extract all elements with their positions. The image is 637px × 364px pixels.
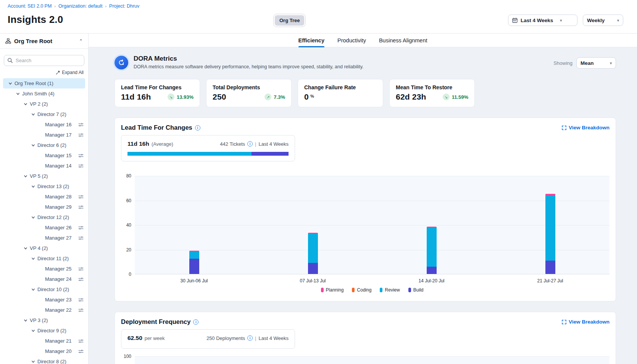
info-icon[interactable]: i: [247, 141, 253, 147]
chevron-down-icon[interactable]: [29, 360, 37, 364]
chevron-down-icon[interactable]: [29, 329, 37, 333]
chevron-down-icon[interactable]: [29, 185, 37, 188]
tree-row-manager-20[interactable]: Manager 20: [3, 346, 85, 356]
tree-row-director-10-2[interactable]: Director 10 (2): [3, 284, 85, 295]
chevron-down-icon[interactable]: [29, 216, 37, 219]
sliders-icon[interactable]: [78, 308, 84, 312]
tree-row-vp-4-2[interactable]: VP 4 (2): [3, 243, 85, 253]
tree-row-director-13-2[interactable]: Director 13 (2): [3, 181, 85, 192]
sliders-icon[interactable]: [78, 277, 84, 282]
tree-row-manager-28[interactable]: Manager 28: [3, 192, 85, 202]
expand-all-icon: [56, 71, 60, 75]
tree-item-label: Manager 26: [45, 225, 71, 230]
chevron-down-icon[interactable]: [14, 92, 22, 96]
lead-time-view-breakdown-link[interactable]: View Breakdown: [562, 125, 610, 130]
tree-row-vp-3-2[interactable]: VP 3 (2): [3, 315, 85, 325]
info-icon[interactable]: i: [195, 125, 200, 130]
sliders-icon[interactable]: [78, 133, 84, 137]
tab-efficiency[interactable]: Efficiency: [298, 34, 325, 47]
tree-row-manager-24[interactable]: Manager 24: [3, 274, 85, 284]
tree-row-director-11-2[interactable]: Director 11 (2): [3, 253, 85, 264]
breadcrumb-link[interactable]: Account: SEI 2.0 PM: [8, 3, 52, 9]
chart-bar[interactable]: [545, 194, 555, 274]
tree-item-label: Manager 23: [45, 297, 71, 303]
sliders-icon[interactable]: [78, 225, 84, 230]
tree-row-manager-29[interactable]: Manager 29: [3, 202, 85, 212]
sliders-icon[interactable]: [78, 349, 84, 354]
tree-row-manager-27[interactable]: Manager 27: [3, 233, 85, 243]
y-axis-label: 100: [124, 354, 131, 359]
info-icon[interactable]: i: [247, 335, 253, 341]
y-axis-label: 80: [126, 173, 131, 179]
chevron-down-icon[interactable]: [21, 246, 30, 250]
sliders-icon[interactable]: [78, 267, 84, 271]
sliders-icon[interactable]: [78, 153, 84, 158]
tab-bar: EfficiencyProductivityBusiness Alignment: [89, 34, 637, 47]
tree-row-manager-15[interactable]: Manager 15: [3, 150, 85, 161]
tree-item-label: Director 8 (2): [37, 359, 66, 364]
expand-corners-icon: [562, 126, 566, 130]
calendar-icon: [512, 18, 518, 23]
breadcrumb-link[interactable]: Organization: default: [58, 3, 102, 9]
tree-row-director-6-2[interactable]: Director 6 (2): [3, 140, 85, 150]
chevron-down-icon[interactable]: [21, 174, 30, 178]
metric-title: Change Failure Rate: [304, 84, 377, 90]
sliders-icon[interactable]: [78, 164, 84, 168]
tree-row-director-12-2[interactable]: Director 12 (2): [3, 212, 85, 222]
date-range-select[interactable]: Last 4 Weeks ▾: [508, 14, 577, 26]
showing-select[interactable]: Mean ▾: [576, 57, 616, 69]
tree-row-vp-5-2[interactable]: VP 5 (2): [3, 171, 85, 181]
chevron-down-icon: ▾: [610, 61, 612, 65]
chevron-down-icon[interactable]: [29, 288, 37, 292]
tree-row-manager-26[interactable]: Manager 26: [3, 222, 85, 233]
lead-time-card: Lead Time For Changes i View Breakdown 1…: [114, 118, 616, 301]
expand-corners-icon: [562, 320, 566, 324]
tree-row-manager-17[interactable]: Manager 17: [3, 130, 85, 140]
chevron-down-icon[interactable]: [21, 102, 30, 106]
search-input[interactable]: [4, 55, 84, 66]
tree-row-director-7-2[interactable]: Director 7 (2): [3, 109, 85, 119]
tree-row-manager-14[interactable]: Manager 14: [3, 161, 85, 171]
chevron-down-icon[interactable]: [29, 257, 37, 261]
tree-item-label: Manager 16: [45, 122, 71, 127]
x-axis-label: 21 Jul-27 Jul: [537, 278, 563, 283]
tree-row-director-9-2[interactable]: Director 9 (2): [3, 325, 85, 336]
sliders-icon[interactable]: [78, 298, 84, 302]
tree-row-john-smith-4[interactable]: John Smith (4): [3, 89, 85, 99]
sliders-icon[interactable]: [78, 205, 84, 209]
chevron-down-icon[interactable]: [6, 82, 15, 85]
tree-row-vp-2-2[interactable]: VP 2 (2): [3, 99, 85, 109]
info-icon[interactable]: i: [193, 319, 198, 325]
chart-bar[interactable]: [189, 251, 199, 274]
sliders-icon[interactable]: [78, 339, 84, 343]
tree-row-manager-22[interactable]: Manager 22: [3, 305, 85, 315]
tree-row-director-8-2[interactable]: Director 8 (2): [3, 356, 85, 364]
tab-productivity[interactable]: Productivity: [337, 34, 366, 47]
tree-row-manager-25[interactable]: Manager 25: [3, 264, 85, 274]
x-axis-label: 07 Jul-13 Jul: [300, 278, 326, 283]
tree-item-label: Director 12 (2): [37, 214, 69, 220]
chart-bar[interactable]: [308, 233, 318, 274]
chevron-down-icon[interactable]: [21, 319, 30, 322]
tab-business-alignment[interactable]: Business Alignment: [379, 34, 427, 47]
tree-row-org-tree-root-1[interactable]: Org Tree Root (1): [3, 78, 85, 89]
chevron-down-icon[interactable]: [29, 113, 37, 116]
chart-bar-segment-review: [545, 195, 555, 261]
sidebar-collapse-chevron-up-icon[interactable]: ⌃: [79, 39, 83, 44]
sliders-icon[interactable]: [78, 236, 84, 240]
tree-row-manager-23[interactable]: Manager 23: [3, 295, 85, 305]
legend-item-coding: Coding: [352, 287, 371, 293]
chart-bar[interactable]: [427, 227, 437, 274]
sliders-icon[interactable]: [78, 122, 84, 127]
tree-row-manager-16[interactable]: Manager 16: [3, 119, 85, 130]
chevron-down-icon[interactable]: [29, 143, 37, 147]
sliders-icon[interactable]: [78, 195, 84, 199]
expand-all-button[interactable]: Expand All: [56, 70, 84, 75]
tree-row-manager-21[interactable]: Manager 21: [3, 336, 85, 346]
deployment-view-breakdown-link[interactable]: View Breakdown: [562, 319, 610, 325]
org-tree-toggle-button[interactable]: Org Tree: [275, 15, 304, 26]
tree-item-label: Manager 14: [45, 163, 71, 169]
breadcrumb-link[interactable]: Project: Dhruv: [109, 3, 139, 9]
granularity-select[interactable]: Weekly ▾: [583, 14, 623, 26]
summary-qualifier: per week: [145, 335, 165, 341]
